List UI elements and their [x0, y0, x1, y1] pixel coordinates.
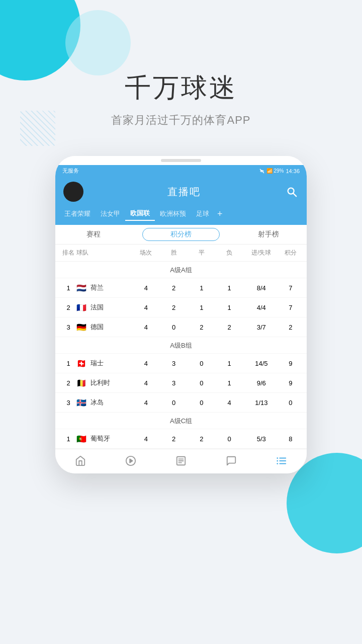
nav-news[interactable] — [174, 454, 188, 467]
sub-title: 首家月活过千万的体育APP — [0, 113, 362, 128]
flag-is: 🇮🇸 — [76, 399, 87, 407]
group-b-header: A级B组 — [55, 337, 307, 354]
tab-fanv[interactable]: 法女甲 — [96, 207, 125, 220]
svg-marker-4 — [130, 459, 133, 462]
notch-bar — [161, 159, 201, 162]
status-left: 无服务 — [62, 167, 79, 175]
nav-chat[interactable] — [225, 454, 238, 467]
subtab-schedule[interactable]: 赛程 — [55, 228, 132, 241]
table-row[interactable]: 2 🇧🇪比利时 4 3 0 1 9/6 9 — [55, 373, 307, 393]
table-row[interactable]: 3 🇮🇸冰岛 4 0 0 4 1/13 0 — [55, 393, 307, 413]
main-title: 千万球迷 — [0, 70, 362, 106]
search-button[interactable] — [285, 185, 299, 199]
phone-notch — [55, 156, 307, 165]
header-goals: 进/失球 — [243, 249, 280, 257]
flag-nl: 🇳🇱 — [76, 284, 87, 292]
flag-be: 🇧🇪 — [76, 379, 87, 387]
table-row[interactable]: 1 🇳🇱荷兰 4 2 1 1 8/4 7 — [55, 278, 307, 298]
header-section: 千万球迷 首家月活过千万的体育APP — [0, 0, 362, 128]
tab-ouguo[interactable]: 欧国联 — [125, 207, 155, 221]
app-header: 直播吧 — [55, 177, 307, 207]
table-header-row: 排名 球队 场次 胜 平 负 进/失球 积分 — [55, 245, 307, 262]
status-right: 📶 29% 14:36 — [252, 168, 300, 174]
header-draw: 平 — [188, 249, 215, 257]
header-loss: 负 — [216, 249, 243, 257]
table-row[interactable]: 3 🇩🇪德国 4 0 2 2 3/7 2 — [55, 317, 307, 337]
app-header-title: 直播吧 — [167, 185, 201, 199]
tab-ouzhou[interactable]: 欧洲杯预 — [155, 207, 191, 220]
header-rank: 排名 — [60, 249, 76, 257]
nav-profile[interactable] — [275, 454, 288, 467]
nav-home[interactable] — [74, 454, 87, 467]
table-row[interactable]: 1 🇨🇭瑞士 4 3 0 1 14/5 9 — [55, 354, 307, 373]
status-bar: 无服务 📶 29% 14:36 — [55, 165, 307, 177]
tab-add-button[interactable]: + — [214, 209, 226, 219]
nav-live[interactable] — [124, 454, 137, 467]
bottom-nav — [55, 449, 307, 473]
tab-wangzhe[interactable]: 王者荣耀 — [59, 207, 96, 220]
home-icon — [74, 454, 87, 467]
svg-line-2 — [293, 193, 296, 196]
standings-table: 排名 球队 场次 胜 平 负 进/失球 积分 A级A组 1 🇳🇱荷兰 4 2 1… — [55, 245, 307, 449]
table-row[interactable]: 1 🇵🇹葡萄牙 4 2 2 0 5/3 8 — [55, 429, 307, 449]
main-tab-bar: 王者荣耀 法女甲 欧国联 欧洲杯预 足球 + — [55, 207, 307, 225]
flag-pt: 🇵🇹 — [76, 435, 87, 443]
list-icon — [275, 454, 288, 467]
flag-de: 🇩🇪 — [76, 324, 87, 331]
header-points: 积分 — [280, 249, 302, 257]
header-matches: 场次 — [132, 249, 160, 257]
news-icon — [174, 454, 188, 467]
app-logo — [63, 182, 83, 202]
subtab-standings[interactable]: 积分榜 — [142, 228, 220, 241]
tab-zuqiu[interactable]: 足球 — [191, 207, 214, 220]
subtab-scorers[interactable]: 射手榜 — [230, 228, 307, 241]
group-a-header: A级A组 — [55, 262, 307, 278]
group-c-header: A级C组 — [55, 413, 307, 429]
flag-ch: 🇨🇭 — [76, 360, 87, 367]
table-row[interactable]: 2 🇫🇷法国 4 2 1 1 4/4 7 — [55, 298, 307, 317]
sub-tab-bar: 赛程 积分榜 射手榜 — [55, 225, 307, 245]
chat-icon — [225, 454, 238, 467]
phone-mockup: 无服务 📶 29% 14:36 直播吧 王者荣耀 法女甲 欧国联 欧洲杯预 足球… — [55, 156, 307, 473]
header-team: 球队 — [76, 249, 132, 257]
header-win: 胜 — [160, 249, 188, 257]
flag-fr: 🇫🇷 — [76, 304, 87, 311]
play-icon — [124, 454, 137, 467]
